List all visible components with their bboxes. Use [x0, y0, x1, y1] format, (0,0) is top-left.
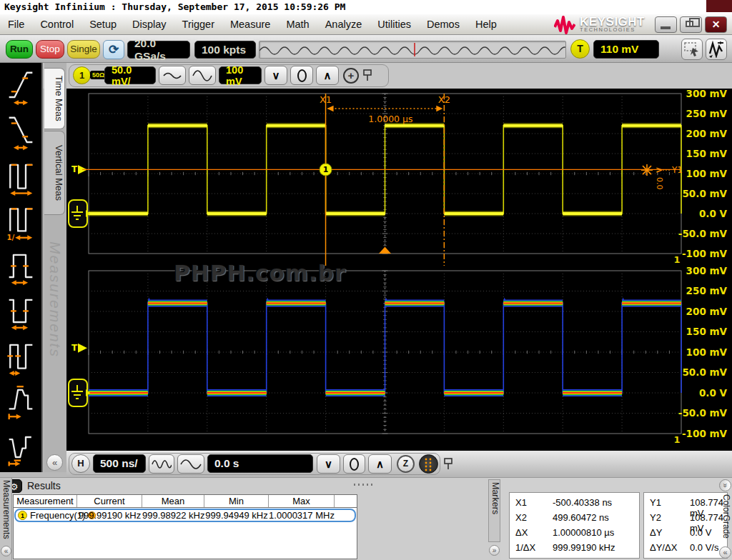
- measurement-icon-frequency[interactable]: 1/: [4, 202, 38, 244]
- y-tick-label: 200 mV: [686, 306, 728, 317]
- decrease-scale-button[interactable]: [159, 66, 186, 85]
- collapse-colorgrade-button[interactable]: »: [719, 479, 731, 491]
- x1-label: X1: [320, 94, 332, 105]
- pin-icon[interactable]: [363, 69, 372, 81]
- zoom-waveform-button[interactable]: [706, 39, 727, 60]
- results-header-current[interactable]: Current: [77, 495, 142, 507]
- measurement-icon-v-base[interactable]: [4, 427, 38, 469]
- single-button[interactable]: Single: [67, 40, 100, 59]
- panel-grip[interactable]: [354, 484, 375, 486]
- logo-brand: KEYSIGHT: [580, 16, 645, 27]
- volts-per-div-display[interactable]: 50.0 mV/: [104, 66, 156, 84]
- trigger-badge[interactable]: T: [570, 39, 590, 59]
- marker-label: X2: [515, 512, 553, 526]
- offset-zero-button[interactable]: [290, 66, 313, 85]
- results-header-row: MeasurementCurrentMeanMinMax: [14, 495, 357, 508]
- pin-icon[interactable]: [444, 458, 452, 470]
- add-channel-button[interactable]: +: [343, 68, 359, 84]
- results-row-frequency[interactable]: 1Frequency(1)999.99190 kHz999.98922 kHz9…: [14, 509, 356, 522]
- sample-rate-display[interactable]: 20.0 GSa/s: [127, 41, 190, 59]
- menu-help[interactable]: Help: [468, 19, 505, 30]
- intensity-button[interactable]: [419, 454, 438, 474]
- y-tick-label: 0.0 V: [699, 208, 728, 219]
- marker-label: ΔX: [515, 527, 553, 541]
- measurements-ghost-label: Measurements: [46, 241, 64, 358]
- stop-button[interactable]: Stop: [36, 40, 64, 59]
- menu-measure[interactable]: Measure: [222, 19, 278, 30]
- measurement-icon-duty-cycle[interactable]: [4, 337, 38, 379]
- expand-markers-button[interactable]: »: [489, 545, 500, 556]
- current-value: 999.99190 kHz: [77, 510, 142, 521]
- measurement-icon-period[interactable]: [4, 157, 38, 199]
- measurement-icon-fall-time[interactable]: [4, 112, 38, 154]
- x-markers-box: X1-500.40338 nsX2499.60472 nsΔX1.0000081…: [509, 492, 640, 559]
- measurement-icon-positive-width[interactable]: [4, 247, 38, 289]
- y1-readout: 0.0: [655, 177, 664, 189]
- run-button[interactable]: Run: [6, 40, 33, 59]
- ground-marker-icon: [69, 379, 90, 406]
- zero-ellipse-icon: [297, 69, 307, 82]
- menu-analyze[interactable]: Analyze: [317, 19, 370, 30]
- marker-label: 1/ΔX: [515, 542, 553, 556]
- collapse-sidebar-button[interactable]: «: [46, 454, 63, 471]
- menu-display[interactable]: Display: [124, 19, 174, 30]
- measurement-icon-v-top[interactable]: [4, 382, 38, 424]
- position-left-button[interactable]: ∨: [317, 454, 340, 474]
- waveform-preview-strip[interactable]: [259, 41, 566, 59]
- measurement-icon-negative-width[interactable]: [4, 292, 38, 334]
- menu-demos[interactable]: Demos: [419, 19, 468, 30]
- colorgrade-tab[interactable]: ColorGrade: [720, 492, 732, 545]
- trigger-level-display[interactable]: 110 mV: [593, 40, 659, 59]
- close-button[interactable]: ✕: [705, 16, 727, 33]
- marker-value: 0.0 V/s: [690, 542, 718, 556]
- menu-control[interactable]: Control: [32, 19, 81, 30]
- menu-math[interactable]: Math: [278, 19, 317, 30]
- y-tick-label: -100 mV: [682, 428, 728, 439]
- marker-row-Y2: Y2108.774 mV: [644, 511, 727, 526]
- tab-time-meas[interactable]: Time Meas: [44, 68, 65, 129]
- tab-vertical-meas[interactable]: Vertical Meas: [44, 131, 65, 215]
- offset-down-button[interactable]: ∨: [264, 66, 287, 85]
- position-right-button[interactable]: ∧: [368, 454, 392, 474]
- y-tick-label: 50.0 mV: [682, 188, 727, 199]
- memory-depth-display[interactable]: 100 kpts: [194, 41, 256, 59]
- menu-trigger[interactable]: Trigger: [174, 19, 222, 30]
- horizontal-badge[interactable]: H: [71, 454, 90, 473]
- zoom-out-time-button[interactable]: [177, 454, 204, 474]
- time-per-div-display[interactable]: 500 ns/: [93, 454, 146, 473]
- time-position-display[interactable]: 0.0 s: [207, 454, 313, 473]
- measurement-icon-rise-time[interactable]: [4, 67, 38, 109]
- menu-file[interactable]: File: [0, 19, 32, 30]
- offset-display[interactable]: 100 mV: [219, 66, 262, 84]
- positive-width-icon: [4, 247, 37, 287]
- y-tick-label: -100 mV: [682, 248, 728, 259]
- collapse-measurements-button[interactable]: «: [1, 546, 11, 556]
- results-header-max[interactable]: Max: [269, 495, 335, 507]
- waveform-display-area[interactable]: 300 mV250 mV200 mV150 mV100 mV50.0 mV0.0…: [66, 89, 732, 451]
- channel-1-badge[interactable]: 1: [73, 66, 91, 84]
- colorgrade-expand-button[interactable]: «: [719, 546, 731, 559]
- restore-button[interactable]: [680, 16, 702, 33]
- zoom-mode-button[interactable]: Z: [397, 455, 415, 473]
- results-header-measurement[interactable]: Measurement: [14, 495, 77, 507]
- position-zero-button[interactable]: [343, 454, 365, 474]
- region-select-button[interactable]: [681, 39, 703, 60]
- markers-collapsed-tab[interactable]: Markers: [488, 479, 500, 542]
- marker-label: ΔY: [650, 527, 690, 541]
- measurements-collapsed-tab[interactable]: Measurements «: [0, 478, 12, 560]
- marker-row-X2: X2499.60472 ns: [510, 511, 639, 526]
- increase-scale-button[interactable]: [189, 66, 216, 85]
- minimize-button[interactable]: [655, 16, 677, 33]
- marker-label: Y2: [650, 512, 690, 526]
- y1-label: Y1: [671, 165, 683, 175]
- zoom-in-time-button[interactable]: [149, 454, 174, 474]
- results-header-spare[interactable]: [335, 495, 357, 507]
- menu-utilities[interactable]: Utilities: [370, 19, 419, 30]
- menu-setup[interactable]: Setup: [81, 19, 124, 30]
- offset-up-button[interactable]: ∧: [316, 66, 339, 85]
- window-buttons: ✕: [655, 16, 727, 33]
- clear-display-button[interactable]: ⟳: [103, 40, 124, 59]
- ch1-colorgrade-trace: [89, 304, 681, 393]
- results-header-mean[interactable]: Mean: [142, 495, 204, 507]
- results-header-min[interactable]: Min: [204, 495, 269, 507]
